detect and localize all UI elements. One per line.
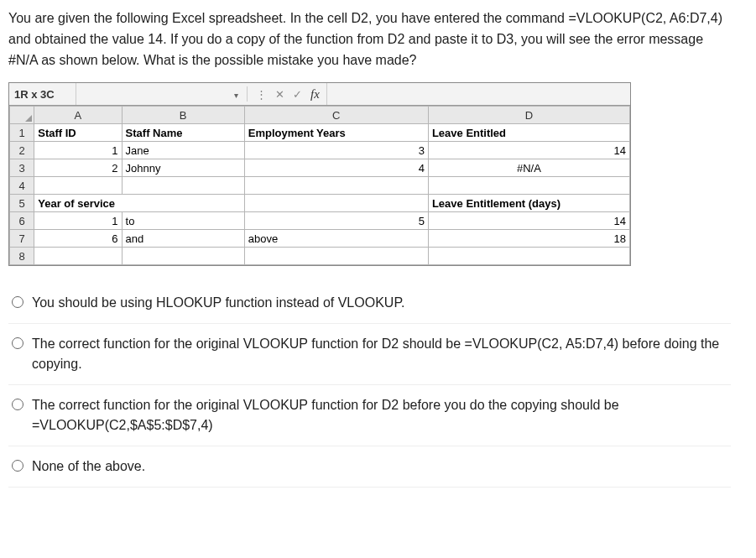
answer-option-d[interactable]: None of the above. <box>8 446 731 488</box>
cell <box>428 248 629 265</box>
cell <box>122 177 244 195</box>
cell: 1 <box>34 142 122 159</box>
option-text: None of the above. <box>32 456 727 477</box>
excel-screenshot: 1R x 3C fx A B C D 1 Staff ID Staff Name <box>8 82 631 266</box>
cell: to <box>122 212 244 230</box>
row-header: 3 <box>10 159 34 177</box>
cell-error-highlight: #N/A <box>428 159 629 177</box>
cell: Johnny <box>122 159 244 177</box>
accept-icon <box>293 88 302 101</box>
cell: Leave Entitled <box>428 124 629 142</box>
cell: Staff Name <box>122 124 244 142</box>
row-header: 1 <box>10 124 34 142</box>
cell: Jane <box>122 142 244 159</box>
formula-bar-row: 1R x 3C fx <box>9 83 630 106</box>
radio-icon[interactable] <box>12 399 23 410</box>
cell: and <box>122 230 244 248</box>
cell: 3 <box>244 142 428 159</box>
radio-icon[interactable] <box>12 296 23 308</box>
question-prompt: You are given the following Excel spread… <box>8 8 731 70</box>
more-icon <box>256 88 267 101</box>
formula-input <box>326 83 630 105</box>
cell: above <box>244 230 428 248</box>
name-box: 1R x 3C <box>9 83 76 105</box>
cell: 14 <box>428 212 629 230</box>
cell <box>244 177 428 195</box>
row-header: 7 <box>10 230 34 248</box>
option-text: You should be using HLOOKUP function ins… <box>32 293 727 313</box>
cancel-icon <box>275 88 284 101</box>
col-header-A: A <box>34 107 122 124</box>
row-header: 4 <box>10 177 34 195</box>
option-text: The correct function for the original VL… <box>32 334 727 374</box>
col-header-B: B <box>122 107 244 124</box>
answer-option-a[interactable]: You should be using HLOOKUP function ins… <box>8 283 731 324</box>
answer-option-c[interactable]: The correct function for the original VL… <box>8 385 731 446</box>
namebox-dropdown-icon <box>234 88 238 101</box>
cell: 1 <box>34 212 122 230</box>
row-header: 8 <box>10 248 34 265</box>
col-header-C: C <box>244 107 428 124</box>
answer-option-b[interactable]: The correct function for the original VL… <box>8 324 731 385</box>
cell: Employment Years <box>244 124 428 142</box>
cell <box>428 177 629 195</box>
cell <box>122 248 244 265</box>
fx-icon: fx <box>310 87 320 102</box>
radio-icon[interactable] <box>12 337 23 349</box>
cell <box>34 248 122 265</box>
radio-icon[interactable] <box>12 460 23 472</box>
cell: Leave Entitlement (days) <box>428 195 629 212</box>
cell: Year of service <box>34 195 245 212</box>
select-all-corner <box>10 107 34 124</box>
col-header-D: D <box>428 107 629 124</box>
cell: Staff ID <box>34 124 122 142</box>
cell: 14 <box>428 142 629 159</box>
cell <box>244 248 428 265</box>
cell: 6 <box>34 230 122 248</box>
spreadsheet-grid: A B C D 1 Staff ID Staff Name Employment… <box>9 106 630 265</box>
cell <box>34 177 122 195</box>
row-header: 6 <box>10 212 34 230</box>
row-header: 5 <box>10 195 34 212</box>
option-text: The correct function for the original VL… <box>32 395 727 435</box>
cell: 18 <box>428 230 629 248</box>
cell <box>244 195 428 212</box>
cell: 2 <box>34 159 122 177</box>
cell: 5 <box>244 212 428 230</box>
cell: 4 <box>244 159 428 177</box>
row-header: 2 <box>10 142 34 159</box>
